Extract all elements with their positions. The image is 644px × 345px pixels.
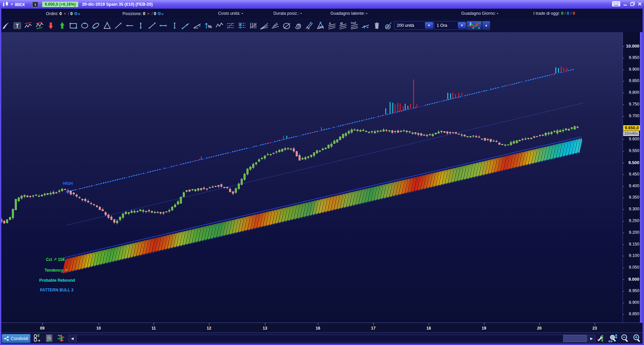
- status-item: Ordini: 0 × / 0 ⚙⚙: [46, 11, 80, 16]
- fibonacci-projection-tool[interactable]: [237, 20, 247, 30]
- chart-area[interactable]: HIGH Cci ↗ 158Tendency ↗Probable Rebound…: [0, 32, 623, 323]
- add-indicator-button[interactable]: [467, 21, 482, 30]
- zigzag-tool-icon: [215, 21, 224, 30]
- symbol-dropdown-arrow-icon[interactable]: ▼: [10, 3, 13, 6]
- price-axis-label: 8.850: [629, 312, 639, 316]
- pattern-recognition-tool[interactable]: [23, 20, 34, 30]
- indicator-dropdown-arrow[interactable]: ▼: [482, 21, 490, 30]
- zoom-out-button[interactable]: [621, 334, 629, 343]
- status-label: Posizione:: [122, 11, 142, 16]
- positions-panel-button[interactable]: [57, 334, 66, 343]
- chart-options-button[interactable]: [596, 334, 605, 343]
- price-tick: [623, 128, 624, 128]
- gann-fan-tool[interactable]: [315, 20, 326, 30]
- close-icon[interactable]: [638, 2, 642, 6]
- status-item: I trade di oggi: 0 / 0 / 0: [533, 11, 575, 16]
- cancel-icon[interactable]: ×: [147, 11, 151, 16]
- line-tool[interactable]: [113, 20, 123, 30]
- cancel-icon[interactable]: ×: [63, 11, 67, 16]
- speed-resistance-lines-tool[interactable]: [270, 20, 281, 30]
- minimize-icon[interactable]: [623, 2, 628, 6]
- info-icon[interactable]: i: [32, 2, 38, 7]
- delete-drawings-tool[interactable]: [372, 20, 382, 30]
- buy-marker-tool[interactable]: [57, 20, 67, 30]
- triangle-tool[interactable]: [102, 20, 112, 30]
- price-axis-label: 9.000: [628, 277, 639, 282]
- price-axis-label: 9.550: [629, 148, 639, 153]
- price-tick: [623, 116, 624, 117]
- linked-charts-button[interactable]: [32, 334, 41, 343]
- oblique-ellipse-tool[interactable]: [91, 20, 101, 30]
- price-axis-label: 9.350: [629, 195, 639, 200]
- cycle-circle-tool[interactable]: [282, 20, 292, 30]
- gear-icon[interactable]: ⚙⚙: [74, 11, 80, 16]
- channel-recognition-tool[interactable]: [35, 20, 45, 30]
- fibonacci-retracement-tool-icon: [226, 21, 235, 30]
- angle-line-tool[interactable]: α: [192, 20, 202, 30]
- zigzag-tool[interactable]: [214, 20, 225, 30]
- spiral-tool[interactable]: [293, 20, 303, 30]
- cycle-finder-tool[interactable]: [383, 20, 393, 30]
- vertical-scrollbar[interactable]: [640, 32, 643, 332]
- window-border-left: [0, 9, 1, 345]
- time-cycle-lines-tool[interactable]: [248, 20, 258, 30]
- pitchfork-tool[interactable]: [304, 20, 315, 30]
- vertical-line-tool[interactable]: [136, 20, 146, 30]
- indicator-annotation: PATTERN BULL 3: [40, 288, 73, 292]
- vertical-segment-tool[interactable]: [169, 20, 180, 30]
- std-dev-channel-tool[interactable]: σ: [338, 20, 348, 30]
- rectangle-tool[interactable]: [68, 20, 78, 30]
- horizontal-scrollbar[interactable]: [76, 335, 587, 342]
- draw-tool[interactable]: [1, 20, 11, 30]
- zoom-fit-button[interactable]: [608, 334, 619, 343]
- fan-lines-tool[interactable]: [259, 20, 270, 30]
- status-label: I trade di oggi:: [533, 11, 560, 16]
- percent-change-tool[interactable]: %: [203, 20, 213, 30]
- time-axis[interactable]: 0910111213161718192023: [0, 323, 644, 333]
- text-tool[interactable]: T: [12, 20, 22, 30]
- zoom-in-button[interactable]: [633, 334, 641, 343]
- status-item: Durata posiz.: -: [273, 11, 302, 16]
- share-button[interactable]: Condividi: [2, 334, 31, 343]
- fibonacci-retracement-tool[interactable]: [225, 20, 236, 30]
- scrollbar-thumb[interactable]: [563, 335, 587, 342]
- epsilon-channel-tool[interactable]: ε: [327, 20, 337, 30]
- price-axis[interactable]: 9.650,0 32m40s 10.0009.9509.9009.8509.80…: [623, 32, 640, 323]
- window-border-right: [643, 9, 644, 345]
- price-axis-label: 10.000: [626, 44, 639, 49]
- horizontal-line-tool[interactable]: [124, 20, 135, 30]
- chevron-down-icon[interactable]: ▼: [425, 22, 433, 29]
- units-dropdown[interactable]: 200 unità ▼: [394, 21, 434, 30]
- restore-icon[interactable]: [630, 2, 635, 6]
- horizontal-segment-tool-icon: [159, 21, 168, 30]
- raff-channel-tool[interactable]: Raff: [349, 20, 360, 30]
- time-tick: [539, 323, 540, 325]
- status-label: Durata posiz.:: [273, 11, 299, 16]
- horizontal-segment-tool[interactable]: [158, 20, 168, 30]
- scroll-left-button[interactable]: ◀: [68, 335, 76, 342]
- price-tick: [623, 139, 624, 140]
- price-tick: [623, 70, 624, 70]
- price-tick: [623, 58, 624, 58]
- gear-icon[interactable]: ⚙⚙: [157, 11, 164, 16]
- trend-projection-tool[interactable]: [360, 20, 371, 30]
- price-tick: [623, 105, 624, 105]
- keyboard-icon[interactable]: [612, 1, 621, 7]
- price-chart[interactable]: HIGH: [0, 32, 623, 323]
- price-axis-label: 9.750: [629, 102, 639, 107]
- chevron-down-icon[interactable]: ▼: [458, 22, 466, 29]
- trend-line-tool[interactable]: [180, 20, 191, 30]
- time-tick: [373, 323, 374, 325]
- segment-tool[interactable]: [147, 20, 157, 30]
- order-list-button[interactable]: [45, 334, 54, 343]
- price-axis-label: 9.950: [629, 55, 639, 60]
- cycle-finder-tool-icon: [383, 21, 392, 30]
- time-axis-label: 12: [207, 326, 211, 331]
- sell-marker-tool[interactable]: [46, 20, 56, 30]
- price-axis-label: 9.450: [629, 172, 639, 177]
- time-axis-label: 10: [96, 326, 101, 331]
- price-tick: [623, 256, 624, 256]
- timeframe-dropdown[interactable]: 1 Ora ▼: [434, 21, 467, 30]
- ellipse-tool[interactable]: [79, 20, 90, 30]
- scroll-right-button[interactable]: ▶: [588, 335, 595, 342]
